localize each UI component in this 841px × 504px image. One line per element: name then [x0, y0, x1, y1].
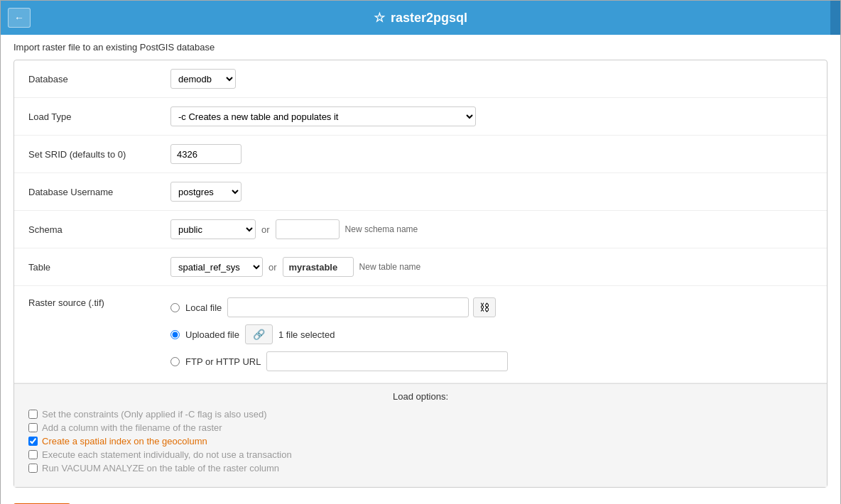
schema-new-name-label: New schema name	[345, 224, 418, 234]
footer: LOAD	[1, 495, 840, 504]
local-file-label[interactable]: Local file	[185, 302, 222, 313]
ftp-input[interactable]	[266, 351, 508, 371]
checkbox-label-1[interactable]: Set the constraints (Only applied if -C …	[42, 409, 266, 420]
uploaded-file-radio[interactable]	[170, 330, 180, 339]
checkbox-4[interactable]	[28, 450, 38, 459]
local-file-option: Local file ⛓	[170, 297, 813, 317]
database-row: Database demodb postgres template1	[14, 60, 827, 98]
schema-label: Schema	[28, 224, 170, 235]
upload-icon: 🔗	[253, 329, 265, 340]
db-username-control: postgres admin	[170, 182, 813, 202]
schema-or-label: or	[261, 224, 270, 235]
star-icon: ☆	[374, 10, 385, 26]
checkbox-row-1: Set the constraints (Only applied if -C …	[28, 409, 813, 420]
checkbox-row-2: Add a column with the filename of the ra…	[28, 422, 813, 433]
checkbox-1[interactable]	[28, 410, 38, 419]
schema-new-input[interactable]	[276, 219, 340, 239]
database-select[interactable]: demodb postgres template1	[170, 69, 236, 89]
srid-control	[170, 144, 813, 164]
checkbox-label-5[interactable]: Run VACUUM ANALYZE on the table of the r…	[42, 463, 279, 473]
username-select[interactable]: postgres admin	[170, 182, 242, 202]
db-username-row: Database Username postgres admin	[14, 173, 827, 211]
ftp-url-radio[interactable]	[170, 357, 180, 366]
app-title: raster2pgsql	[391, 11, 467, 26]
table-row: Table spatial_ref_sys raster_columns ras…	[14, 248, 827, 286]
database-control: demodb postgres template1	[170, 69, 813, 89]
table-control: spatial_ref_sys raster_columns raster_ov…	[170, 257, 813, 277]
form-panel: Database demodb postgres template1 Load …	[13, 60, 828, 488]
raster-source-row: Raster source (.tif) Local file ⛓	[14, 286, 827, 383]
checkbox-label-3[interactable]: Create a spatial index on the geocolumn	[42, 436, 207, 447]
title-center: ☆ raster2pgsql	[374, 10, 467, 26]
browse-icon: ⛓	[479, 302, 489, 313]
titlebar: ← ☆ raster2pgsql	[1, 1, 840, 35]
checkbox-container: Set the constraints (Only applied if -C …	[28, 409, 813, 473]
schema-control: public postgis or New schema name	[170, 219, 813, 239]
table-new-input[interactable]	[283, 257, 354, 277]
uploaded-file-label[interactable]: Uploaded file	[185, 329, 239, 340]
srid-label: Set SRID (defaults to 0)	[28, 149, 170, 160]
table-select[interactable]: spatial_ref_sys raster_columns raster_ov…	[170, 257, 263, 277]
checkbox-label-4[interactable]: Execute each statement individually, do …	[42, 449, 292, 460]
load-type-control: -c Creates a new table and populates it …	[170, 106, 813, 126]
table-new-name-label: New table name	[359, 262, 421, 272]
browse-button[interactable]: ⛓	[473, 297, 496, 317]
table-label: Table	[28, 262, 170, 273]
local-file-text-input[interactable]	[227, 297, 469, 317]
checkbox-5[interactable]	[28, 464, 38, 473]
file-selected-text: 1 file selected	[278, 329, 335, 340]
back-button[interactable]: ←	[8, 8, 31, 28]
load-options-title: Load options:	[28, 391, 813, 402]
titlebar-scrollbar	[830, 1, 840, 35]
raster-source-label: Raster source (.tif)	[28, 297, 170, 308]
database-label: Database	[28, 74, 170, 84]
checkbox-2[interactable]	[28, 423, 38, 432]
uploaded-file-option: Uploaded file 🔗 1 file selected	[170, 324, 813, 344]
checkbox-row-3: Create a spatial index on the geocolumn	[28, 436, 813, 447]
local-file-radio[interactable]	[170, 303, 180, 312]
raster-options: Local file ⛓ Uploaded file �	[170, 297, 813, 371]
db-username-label: Database Username	[28, 187, 170, 197]
main-content: Database demodb postgres template1 Load …	[1, 60, 840, 495]
checkbox-row-5: Run VACUUM ANALYZE on the table of the r…	[28, 463, 813, 473]
load-type-select[interactable]: -c Creates a new table and populates it …	[170, 106, 476, 126]
load-type-row: Load Type -c Creates a new table and pop…	[14, 98, 827, 136]
subtitle: Import raster file to an existing PostGI…	[1, 35, 840, 60]
checkbox-label-2[interactable]: Add a column with the filename of the ra…	[42, 422, 222, 433]
ftp-option: FTP or HTTP URL	[170, 351, 813, 371]
ftp-url-label[interactable]: FTP or HTTP URL	[185, 356, 261, 367]
srid-row: Set SRID (defaults to 0)	[14, 136, 827, 173]
checkbox-row-4: Execute each statement individually, do …	[28, 449, 813, 460]
load-type-label: Load Type	[28, 111, 170, 122]
schema-row: Schema public postgis or New schema name	[14, 211, 827, 248]
table-or-label: or	[268, 262, 277, 273]
checkbox-3[interactable]	[28, 437, 38, 446]
load-options-section: Load options: Set the constraints (Only …	[14, 383, 827, 487]
upload-button[interactable]: 🔗	[245, 324, 273, 344]
local-file-input-area: ⛓	[227, 297, 496, 317]
srid-input[interactable]	[170, 144, 242, 164]
schema-select[interactable]: public postgis	[170, 219, 256, 239]
